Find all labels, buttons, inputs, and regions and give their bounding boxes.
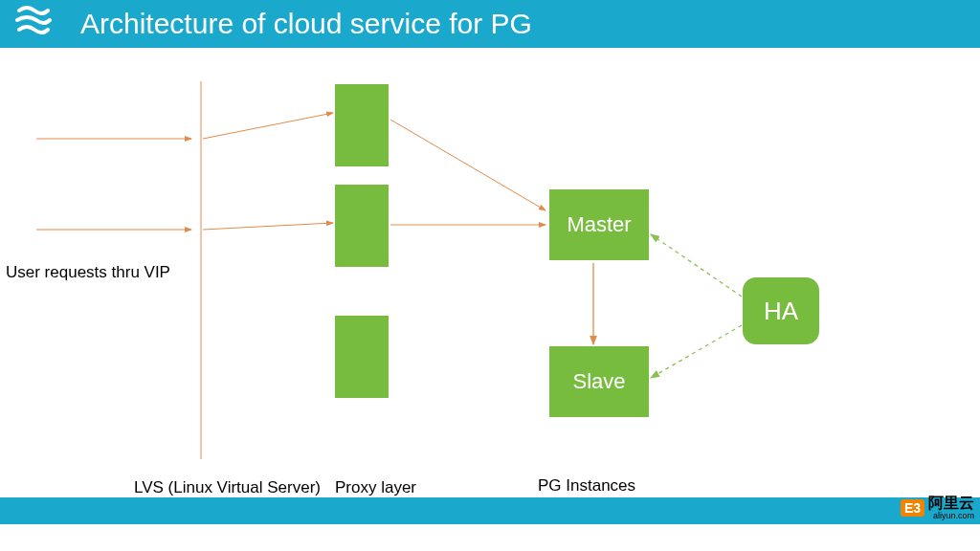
master-node: Master [549, 189, 649, 260]
pg-instances-label: PG Instances [538, 476, 635, 496]
master-label: Master [567, 212, 631, 237]
proxy-box-3 [335, 316, 389, 398]
slave-node: Slave [549, 346, 649, 417]
svg-line-9 [651, 325, 742, 378]
svg-line-8 [651, 234, 742, 297]
cloud-logo-icon [13, 3, 52, 45]
user-requests-label: User requests thru VIP [6, 263, 170, 282]
header: Architecture of cloud service for PG [0, 0, 980, 48]
proxy-box-2 [335, 185, 389, 267]
brand-badge: E3 阿里云 aliyun.com [901, 496, 974, 520]
brand-url: aliyun.com [928, 511, 974, 520]
slave-label: Slave [572, 369, 625, 394]
svg-line-5 [390, 120, 546, 210]
lvs-label: LVS (Linux Virtual Server) [134, 478, 321, 497]
diagram-canvas: Master Slave HA User requests thru VIP L… [0, 48, 980, 524]
ha-node: HA [743, 277, 819, 344]
connector-arrows [0, 48, 980, 524]
ha-label: HA [764, 297, 798, 326]
proxy-box-1 [335, 84, 389, 166]
brand-logo-icon: E3 [901, 499, 924, 517]
svg-line-3 [203, 113, 333, 139]
svg-line-4 [203, 223, 333, 230]
proxy-layer-label: Proxy layer [335, 478, 416, 497]
brand-text: 阿里云 [928, 496, 974, 511]
page-title: Architecture of cloud service for PG [80, 8, 532, 40]
footer-bar [0, 497, 980, 524]
